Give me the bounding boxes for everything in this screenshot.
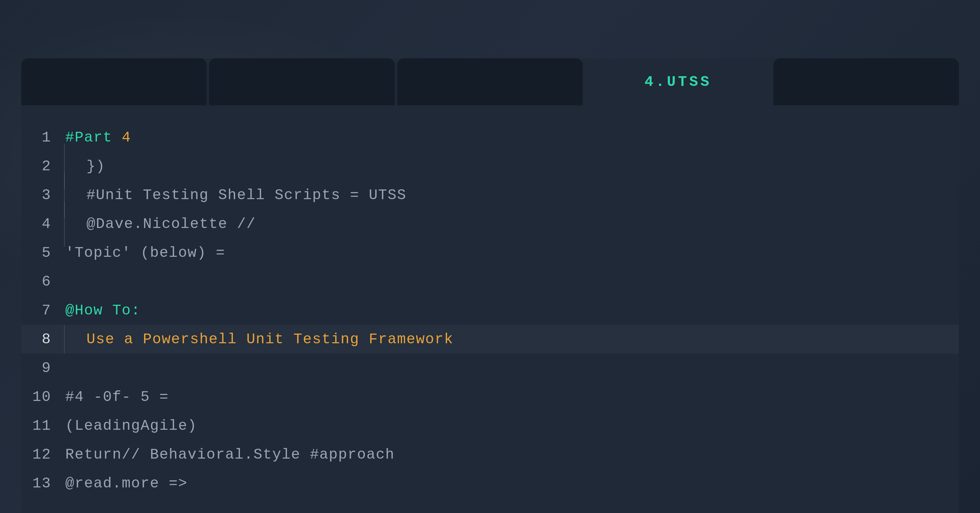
token-directive: #Part [65,129,122,146]
line-number: 6 [21,273,65,290]
code-line-highlighted[interactable]: 8 Use a Powershell Unit Testing Framewor… [21,325,959,354]
line-number: 7 [21,302,65,319]
line-number: 12 [21,446,65,463]
code-line[interactable]: 13 @read.more => [21,469,959,498]
code-area[interactable]: 1 #Part 4 2 }) 3 #Unit Testing Shell Scr… [21,105,959,513]
code-line[interactable]: 3 #Unit Testing Shell Scripts = UTSS [21,181,959,209]
line-content: Return// Behavioral.Style #approach [65,446,959,463]
line-number: 8 [21,331,65,348]
line-number: 5 [21,244,65,261]
tab-bar: 4.UTSS [21,58,959,105]
tab-2[interactable] [209,58,395,105]
token-text: #4 -0f- 5 = [65,389,169,405]
code-line[interactable]: 6 [21,267,959,296]
code-line[interactable]: 4 @Dave.Nicolette // [21,209,959,238]
token-author: @Dave.Nicolette // [65,216,256,233]
token-text: Return// Behavioral.Style #approach [65,446,395,463]
code-line[interactable]: 11 (LeadingAgile) [21,411,959,440]
line-number: 2 [21,158,65,175]
token-number: 4 [122,129,131,146]
line-number: 13 [21,475,65,492]
tab-5[interactable] [773,58,959,105]
line-content: #Unit Testing Shell Scripts = UTSS [65,187,959,204]
line-number: 3 [21,187,65,204]
code-line[interactable]: 9 [21,354,959,382]
tab-3[interactable] [397,58,583,105]
token-heading: @How To: [65,302,140,319]
token-text: 'Topic' (below) = [65,244,225,261]
line-number: 9 [21,360,65,376]
tab-1[interactable] [21,58,207,105]
line-number: 10 [21,389,65,405]
line-content: @How To: [65,302,959,319]
line-content: #Part 4 [65,129,959,146]
token-text: (LeadingAgile) [65,417,197,434]
code-line[interactable]: 10 #4 -0f- 5 = [21,382,959,411]
code-line[interactable]: 5 'Topic' (below) = [21,238,959,267]
line-number: 4 [21,216,65,233]
line-content: (LeadingAgile) [65,417,959,434]
code-line[interactable]: 12 Return// Behavioral.Style #approach [21,440,959,469]
line-content: @Dave.Nicolette // [65,216,959,233]
editor-frame: 1 #Part 4 2 }) 3 #Unit Testing Shell Scr… [21,58,959,513]
code-line[interactable]: 2 }) [21,152,959,181]
token-text: @read.more => [65,475,188,492]
tab-4[interactable]: 4.UTSS [585,58,771,105]
token-comment: #Unit Testing Shell Scripts = UTSS [65,187,406,204]
line-content: #4 -0f- 5 = [65,389,959,405]
token-title: Use a Powershell Unit Testing Framework [65,331,453,348]
code-line[interactable]: 7 @How To: [21,296,959,325]
tab-4-label: 4.UTSS [644,73,711,90]
token-brace: }) [65,158,105,175]
line-number: 11 [21,417,65,434]
line-content: }) [65,158,959,175]
line-content: Use a Powershell Unit Testing Framework [65,331,959,348]
line-content: @read.more => [65,475,959,492]
line-content: 'Topic' (below) = [65,244,959,261]
line-number: 1 [21,129,65,146]
code-line[interactable]: 1 #Part 4 [21,123,959,152]
